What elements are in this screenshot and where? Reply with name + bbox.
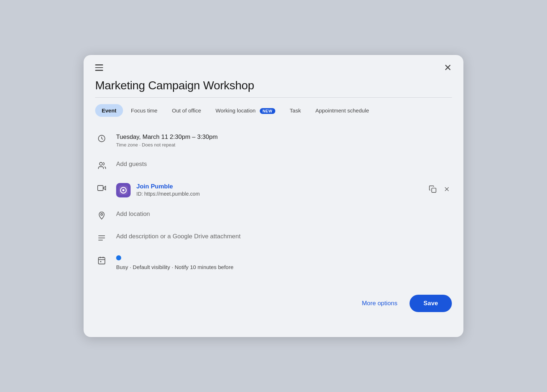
datetime-row: Tuesday, March 11 2:30pm – 3:30pm Time z… xyxy=(95,127,452,154)
clock-svg xyxy=(97,134,106,143)
guests-row: Add guests xyxy=(95,154,452,176)
video-row: Join Pumble ID: https://meet.pumble.com xyxy=(95,176,452,204)
close-button[interactable]: ✕ xyxy=(444,63,452,72)
svg-rect-3 xyxy=(98,186,103,191)
datetime-main[interactable]: Tuesday, March 11 2:30pm – 3:30pm xyxy=(116,133,452,141)
video-svg xyxy=(97,184,106,192)
location-placeholder[interactable]: Add location xyxy=(116,210,452,218)
status-content: Busy · Default visibility · Notify 10 mi… xyxy=(116,255,452,270)
svg-rect-18 xyxy=(100,261,101,262)
pumble-join-link[interactable]: Join Pumble xyxy=(136,183,200,190)
tab-out-of-office[interactable]: Out of office xyxy=(165,104,208,117)
tab-appointment-schedule[interactable]: Appointment schedule xyxy=(309,104,376,117)
calendar-svg xyxy=(97,256,106,265)
guests-svg xyxy=(97,161,106,170)
svg-point-1 xyxy=(99,162,102,165)
tab-event[interactable]: Event xyxy=(95,104,123,117)
tab-task[interactable]: Task xyxy=(283,104,308,117)
content-area: Tuesday, March 11 2:30pm – 3:30pm Time z… xyxy=(84,123,463,287)
tab-focus-time[interactable]: Focus time xyxy=(124,104,164,117)
pumble-logo xyxy=(116,183,131,197)
datetime-content: Tuesday, March 11 2:30pm – 3:30pm Time z… xyxy=(116,133,452,148)
new-badge: NEW xyxy=(260,108,275,114)
location-content[interactable]: Add location xyxy=(116,210,452,218)
location-row: Add location xyxy=(95,204,452,226)
pumble-content: Join Pumble ID: https://meet.pumble.com xyxy=(116,183,452,197)
location-svg xyxy=(97,211,106,220)
guests-placeholder[interactable]: Add guests xyxy=(116,161,452,168)
description-icon xyxy=(95,233,108,242)
description-row: Add description or a Google Drive attach… xyxy=(95,226,452,249)
pumble-logo-svg xyxy=(119,186,128,195)
description-svg xyxy=(97,234,106,242)
pumble-row: Join Pumble ID: https://meet.pumble.com xyxy=(116,183,452,197)
event-title[interactable]: Marketing Campaign Workshop xyxy=(84,72,463,97)
guests-icon xyxy=(95,161,108,170)
svg-point-10 xyxy=(101,214,103,216)
pumble-id: ID: https://meet.pumble.com xyxy=(136,191,200,197)
status-dot xyxy=(116,255,121,260)
more-options-button[interactable]: More options xyxy=(356,296,403,311)
calendar-icon xyxy=(95,255,108,265)
svg-rect-14 xyxy=(98,257,105,264)
status-row: Busy · Default visibility · Notify 10 mi… xyxy=(95,249,452,277)
guests-content[interactable]: Add guests xyxy=(116,161,452,168)
description-content[interactable]: Add description or a Google Drive attach… xyxy=(116,233,452,240)
description-placeholder[interactable]: Add description or a Google Drive attach… xyxy=(116,233,452,240)
svg-rect-7 xyxy=(432,188,436,192)
event-creation-modal: ✕ Marketing Campaign Workshop Event Focu… xyxy=(84,55,463,337)
tab-working-location[interactable]: Working location NEW xyxy=(209,104,282,117)
datetime-sub[interactable]: Time zone · Does not repeat xyxy=(116,142,452,148)
svg-point-6 xyxy=(122,189,124,191)
save-button[interactable]: Save xyxy=(410,295,452,312)
event-type-tabs: Event Focus time Out of office Working l… xyxy=(84,98,463,123)
copy-button[interactable] xyxy=(427,184,438,196)
video-icon xyxy=(95,183,108,192)
modal-header: ✕ xyxy=(84,55,463,72)
remove-icon xyxy=(443,186,450,193)
svg-marker-2 xyxy=(103,186,106,190)
hamburger-icon[interactable] xyxy=(95,64,103,71)
remove-video-button[interactable] xyxy=(442,184,452,196)
copy-icon xyxy=(429,185,437,193)
modal-footer: More options Save xyxy=(84,287,463,322)
pumble-actions xyxy=(427,183,452,196)
location-icon xyxy=(95,210,108,220)
status-text[interactable]: Busy · Default visibility · Notify 10 mi… xyxy=(116,264,452,270)
pumble-info: Join Pumble ID: https://meet.pumble.com xyxy=(136,183,200,197)
clock-icon xyxy=(95,133,108,143)
